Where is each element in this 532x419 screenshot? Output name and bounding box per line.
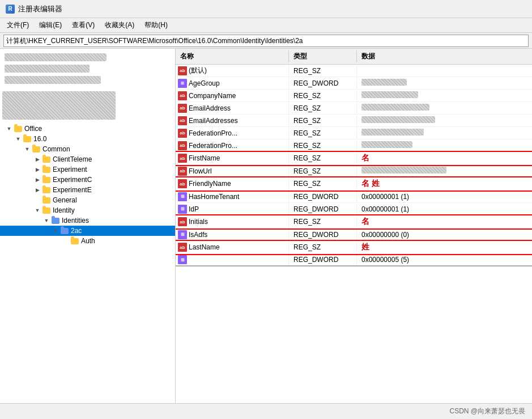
expander-experimente[interactable]: ▶	[33, 185, 42, 194]
reg-data-emailaddresses	[357, 115, 532, 126]
registry-table-body[interactable]: ab (默认) REG_SZ ⊞ AgeGroup REG_DWORD	[176, 65, 532, 403]
reg-name-lastname: ab LastName	[176, 242, 289, 253]
reg-data-likelyt: 0x00000005 (5)	[357, 255, 532, 265]
reg-data-isadfs: 0x00000000 (0)	[357, 230, 532, 240]
tree-item-auth[interactable]: Auth	[0, 236, 175, 246]
expander-16[interactable]: ▼	[14, 134, 23, 143]
table-row[interactable]: ab EmailAddresses REG_SZ	[176, 115, 532, 127]
expander-identity[interactable]: ▼	[33, 206, 42, 215]
folder-icon-experimente	[42, 185, 51, 194]
expander-common[interactable]: ▼	[23, 145, 32, 154]
tree-item-16[interactable]: ▼ 16.0	[0, 134, 175, 144]
tree-label-16: 16.0	[33, 135, 49, 143]
reg-type-firstname: REG_SZ	[289, 153, 357, 163]
reg-label-idp: IdP	[189, 205, 199, 213]
table-row[interactable]: ⊞ AgeGroup REG_DWORD	[176, 77, 532, 90]
reg-label-companyname: CompanyName	[189, 92, 236, 100]
tree-item-clientteleme[interactable]: ▶ ClientTeleme	[0, 154, 175, 164]
reg-type-isadfs: REG_DWORD	[289, 230, 357, 240]
expander-general[interactable]	[33, 196, 42, 205]
menu-item[interactable]: 文件(F)	[2, 19, 33, 31]
reg-name-firstname: ab FirstName	[176, 153, 289, 164]
menu-bar: 文件(F)编辑(E)查看(V)收藏夹(A)帮助(H)	[0, 18, 532, 33]
table-row-friendlyname[interactable]: ab FriendlyName REG_SZ 名 姓	[176, 177, 532, 191]
table-row[interactable]: ⊞ HasHomeTenant REG_DWORD 0x00000001 (1)	[176, 191, 532, 203]
table-row[interactable]: ab FlowUrl REG_SZ	[176, 165, 532, 177]
expander-auth[interactable]	[61, 236, 70, 246]
reg-label-agegroup: AgeGroup	[189, 79, 220, 87]
tree-item-identity[interactable]: ▼ Identity	[0, 205, 175, 215]
reg-type-lastname: REG_SZ	[289, 242, 357, 252]
reg-type-emailaddresses: REG_SZ	[289, 116, 357, 126]
tree-label-auth: Auth	[81, 237, 97, 245]
reg-data-flowurl	[357, 166, 532, 176]
reg-data-lastname: 姓	[357, 241, 532, 253]
tree-item-experiment[interactable]: ▶ Experiment	[0, 164, 175, 175]
expander-office[interactable]: ▼	[5, 124, 14, 133]
tree-label-office: Office	[24, 125, 44, 133]
tree-item-office[interactable]: ▼ Office	[0, 124, 175, 134]
reg-type-agegroup: REG_DWORD	[289, 78, 357, 88]
tree-item-2ac[interactable]: ▼ 2ac	[0, 226, 175, 236]
reg-name-agegroup: ⊞ AgeGroup	[176, 78, 289, 89]
folder-icon-auth	[70, 236, 79, 246]
expander-clientteleme[interactable]: ▶	[33, 155, 42, 164]
reg-type-companyname: REG_SZ	[289, 91, 357, 101]
folder-icon-office	[14, 124, 23, 133]
status-bar: CSDN @向来萧瑟也无畏	[0, 403, 532, 419]
expander-experimentc[interactable]: ▶	[33, 175, 42, 184]
menu-item[interactable]: 编辑(E)	[35, 19, 66, 31]
tree-label-experiment: Experiment	[53, 166, 90, 173]
folder-icon-clientteleme	[42, 155, 51, 164]
reg-label-flowurl: FlowUrl	[189, 167, 212, 175]
reg-data-agegroup	[357, 78, 532, 88]
table-row[interactable]: ⊞ IdP REG_DWORD 0x00000001 (1)	[176, 203, 532, 215]
tree-item-experimente[interactable]: ▶ ExperimentE	[0, 185, 175, 195]
folder-icon-experimentc	[42, 175, 51, 184]
expander-identities[interactable]: ▼	[42, 216, 51, 225]
table-row-lastname[interactable]: ab LastName REG_SZ 姓	[176, 241, 532, 254]
reg-data-idp: 0x00000001 (1)	[357, 204, 532, 214]
table-row[interactable]: ab FederationPro... REG_SZ	[176, 127, 532, 139]
table-row-initials[interactable]: ab Initials REG_SZ 名	[176, 215, 532, 228]
reg-data-companyname	[357, 90, 532, 101]
tree-item-general[interactable]: General	[0, 195, 175, 205]
table-row[interactable]: ab CompanyName REG_SZ	[176, 90, 532, 102]
folder-icon-common	[32, 145, 41, 154]
table-row[interactable]: ab FederationPro... REG_SZ	[176, 139, 532, 152]
title-text: 注册表编辑器	[18, 4, 62, 14]
menu-item[interactable]: 帮助(H)	[140, 19, 172, 31]
reg-icon-sz: ab	[178, 116, 187, 125]
reg-label-friendlyname: FriendlyName	[189, 180, 231, 188]
tree-panel: ▼ Office ▼ 16.0 ▼ Common	[0, 49, 176, 403]
expander-experiment[interactable]: ▶	[33, 165, 42, 174]
table-row-firstname[interactable]: ab FirstName REG_SZ 名	[176, 152, 532, 165]
expander-2ac[interactable]: ▼	[51, 226, 60, 235]
table-row[interactable]: ⊞ IsAdfs REG_DWORD 0x00000000 (0)	[176, 228, 532, 241]
app-icon: R	[6, 5, 15, 14]
reg-name-hashometenant: ⊞ HasHomeTenant	[176, 191, 289, 202]
folder-icon-identities	[51, 216, 60, 225]
tree-label-general: General	[53, 196, 79, 204]
reg-data-federationpro2	[357, 140, 532, 151]
reg-type-likelyt: REG_DWORD	[289, 255, 357, 265]
menu-item[interactable]: 收藏夹(A)	[100, 19, 139, 31]
annotation-firstname: 名	[361, 153, 369, 162]
reg-icon-dword: ⊞	[178, 205, 187, 214]
main-content: ▼ Office ▼ 16.0 ▼ Common	[0, 49, 532, 403]
menu-item[interactable]: 查看(V)	[67, 19, 99, 31]
tree-item-experimentc[interactable]: ▶ ExperimentC	[0, 175, 175, 185]
tree-item-identities[interactable]: ▼ Identities	[0, 215, 175, 226]
tree-scroll[interactable]: ▼ Office ▼ 16.0 ▼ Common	[0, 49, 175, 403]
reg-type-federationpro1: REG_SZ	[289, 128, 357, 138]
reg-name-friendlyname: ab FriendlyName	[176, 178, 289, 189]
tree-label-clientteleme: ClientTeleme	[53, 155, 94, 163]
table-row[interactable]: ab EmailAddress REG_SZ	[176, 102, 532, 115]
reg-label-hashometenant: HasHomeTenant	[189, 193, 239, 201]
table-row[interactable]: ab (默认) REG_SZ	[176, 65, 532, 77]
reg-icon-sz: ab	[178, 129, 187, 138]
tree-item-common[interactable]: ▼ Common	[0, 144, 175, 154]
folder-icon-16	[23, 134, 32, 143]
table-row[interactable]: ⊞ REG_DWORD 0x00000005 (5)	[176, 254, 532, 266]
address-input[interactable]: 计算机\HKEY_CURRENT_USER\SOFTWARE\Microsoft…	[3, 35, 529, 47]
